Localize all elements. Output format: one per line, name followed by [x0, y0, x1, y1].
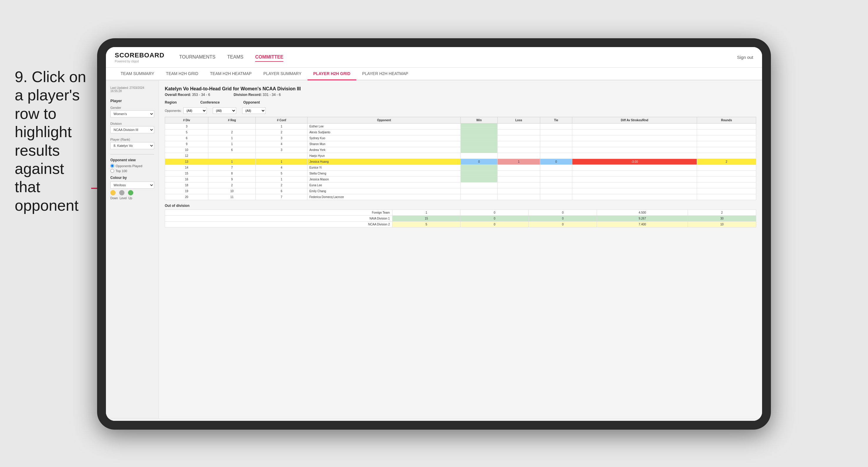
opponents-select[interactable]: (All)	[183, 107, 207, 114]
cell-reg: 1	[208, 141, 256, 147]
cell-diff	[572, 124, 697, 129]
cell-div: 5	[165, 129, 208, 135]
cell-loss	[497, 171, 540, 177]
legend-circles	[110, 190, 154, 195]
out-tie-foreign: 0	[529, 210, 597, 216]
conference-select[interactable]: (All)	[213, 107, 236, 114]
cell-opponent: Eunice Yi	[308, 165, 461, 171]
opponent-view-title: Opponent view	[110, 158, 154, 162]
cell-rounds	[697, 147, 756, 153]
opponent-select[interactable]: (All)	[242, 107, 266, 114]
cell-rounds	[697, 188, 756, 194]
cell-rounds	[697, 129, 756, 135]
table-row-highlighted[interactable]: 13 1 1 Jessica Huang 0 1 0 -3.00 2	[165, 159, 756, 165]
tab-team-h2h-heatmap[interactable]: TEAM H2H HEATMAP	[204, 68, 257, 80]
cell-reg: 2	[208, 182, 256, 188]
cell-rounds	[697, 171, 756, 177]
out-label-foreign: Foreign Team	[165, 210, 393, 216]
cell-conf: 6	[256, 188, 308, 194]
cell-diff	[572, 147, 697, 153]
cell-conf	[256, 153, 308, 159]
cell-loss: 1	[497, 159, 540, 165]
cell-tie	[540, 165, 572, 171]
cell-conf: 2	[256, 129, 308, 135]
nav-committee[interactable]: COMMITTEE	[255, 53, 283, 62]
table-row[interactable]: 20 11 7 Federica Domecq Lacroze	[165, 194, 756, 200]
table-row[interactable]: 18 2 2 Euna Lee	[165, 182, 756, 188]
table-row[interactable]: 6 1 3 Sydney Kuo	[165, 135, 756, 141]
col-win: Win	[461, 117, 497, 124]
tab-player-h2h-grid[interactable]: PLAYER H2H GRID	[308, 68, 356, 80]
cell-conf: 5	[256, 171, 308, 177]
tab-player-h2h-heatmap[interactable]: PLAYER H2H HEATMAP	[356, 68, 414, 80]
nav-tournaments[interactable]: TOURNAMENTS	[179, 53, 215, 62]
legend-up-circle	[128, 190, 133, 195]
player-rank-select[interactable]: 8. Katelyn Vo	[110, 142, 154, 149]
gender-select[interactable]: Women's	[110, 111, 154, 117]
app-header: SCOREBOARD Powered by clippd TOURNAMENTS…	[106, 47, 762, 68]
cell-tie	[540, 188, 572, 194]
cell-loss	[497, 141, 540, 147]
out-row-ncaa2: NCAA Division 2 5 0 0 7.400 10	[165, 222, 756, 227]
cell-opponent: Haejo Hyun	[308, 153, 461, 159]
cell-opponent: Federica Domecq Lacroze	[308, 194, 461, 200]
logo-text: SCOREBOARD	[115, 52, 164, 59]
cell-loss	[497, 188, 540, 194]
cell-loss	[497, 182, 540, 188]
cell-win	[461, 188, 497, 194]
cell-diff	[572, 182, 697, 188]
tab-team-summary[interactable]: TEAM SUMMARY	[115, 68, 160, 80]
table-row[interactable]: 12 Haejo Hyun	[165, 153, 756, 159]
h2h-table: # Div # Reg # Conf Opponent Win Loss Tie…	[165, 117, 756, 200]
table-row[interactable]: 3 1 Esther Lee	[165, 124, 756, 129]
division-select[interactable]: NCAA Division III	[110, 126, 154, 133]
colour-by-select[interactable]: Win/loss	[110, 182, 154, 189]
cell-rounds	[697, 182, 756, 188]
cell-conf: 3	[256, 135, 308, 141]
division-record-value: 331 - 34 - 6	[263, 93, 281, 97]
cell-loss	[497, 147, 540, 153]
out-row-naia1: NAIA Division 1 15 0 0 9.267 30	[165, 216, 756, 222]
grid-title: Katelyn Vo Head-to-Head Grid for Women's…	[165, 86, 756, 92]
cell-diff	[572, 141, 697, 147]
sub-nav: TEAM SUMMARY TEAM H2H GRID TEAM H2H HEAT…	[106, 68, 762, 80]
division-record-label: Division Record:	[234, 93, 261, 97]
tab-player-summary[interactable]: PLAYER SUMMARY	[257, 68, 307, 80]
toolbar: ↩ ↪ → ✂ + ⏱ 👁 View: Original �	[106, 419, 762, 421]
opponent-filter-label: Opponent	[243, 100, 260, 104]
col-loss: Loss	[497, 117, 540, 124]
cell-diff	[572, 188, 697, 194]
table-row[interactable]: 14 7 4 Eunice Yi	[165, 165, 756, 171]
cell-rounds	[697, 141, 756, 147]
out-win-naia1: 15	[392, 216, 461, 222]
cell-tie	[540, 194, 572, 200]
tablet-frame: SCOREBOARD Powered by clippd TOURNAMENTS…	[97, 38, 771, 430]
cell-win	[461, 135, 497, 141]
cell-conf: 1	[256, 124, 308, 129]
radio-opponents-played[interactable]: Opponents Played	[110, 164, 154, 168]
out-loss-ncaa2: 0	[461, 222, 529, 227]
sign-out-button[interactable]: Sign out	[737, 55, 753, 60]
table-row[interactable]: 10 6 3 Andrea York	[165, 147, 756, 153]
cell-win: 0	[461, 159, 497, 165]
nav-menu: TOURNAMENTS TEAMS COMMITTEE	[179, 53, 737, 62]
sidebar: Last Updated: 27/03/2024 16:55:28 Player…	[106, 80, 159, 419]
nav-teams[interactable]: TEAMS	[227, 53, 243, 62]
col-diff: Diff Av Strokes/Rnd	[572, 117, 697, 124]
cell-reg: 1	[208, 159, 256, 165]
cell-div: 14	[165, 165, 208, 171]
cell-opponent: Sydney Kuo	[308, 135, 461, 141]
legend-down-circle	[110, 190, 116, 195]
cell-tie	[540, 129, 572, 135]
table-row[interactable]: 9 1 4 Sharon Mun	[165, 141, 756, 147]
tab-team-h2h-grid[interactable]: TEAM H2H GRID	[160, 68, 204, 80]
radio-top100[interactable]: Top 100	[110, 169, 154, 173]
cell-rounds	[697, 165, 756, 171]
table-row[interactable]: 5 2 2 Alexis Sudjianto	[165, 129, 756, 135]
out-win-foreign: 1	[392, 210, 461, 216]
table-row[interactable]: 19 10 6 Emily Chang	[165, 188, 756, 194]
cell-div: 19	[165, 188, 208, 194]
table-row[interactable]: 15 8 5 Stella Cheng	[165, 171, 756, 177]
cell-opponent: Stella Cheng	[308, 171, 461, 177]
table-row[interactable]: 16 9 1 Jessica Mason	[165, 177, 756, 182]
